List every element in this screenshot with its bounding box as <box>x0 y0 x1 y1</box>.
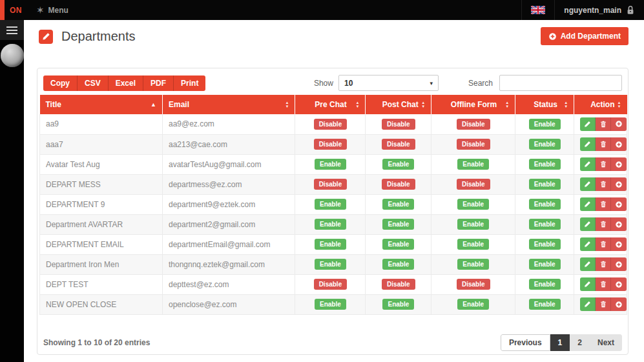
cell-offline-form: Enable <box>431 234 515 254</box>
delete-button[interactable] <box>596 257 611 271</box>
post-chat-badge: Disable <box>382 179 415 190</box>
delete-button[interactable] <box>596 297 611 311</box>
pre-chat-badge: Enable <box>315 259 346 270</box>
main-content: Departments Add Department Copy CSV Exce… <box>24 20 644 362</box>
edit-button[interactable] <box>580 197 596 211</box>
edit-button[interactable] <box>580 257 596 271</box>
row-add-button[interactable] <box>611 137 627 151</box>
delete-button[interactable] <box>596 137 611 151</box>
table-row: Department Iron Men thongnnq.eztek@gmail… <box>40 254 627 274</box>
cell-action <box>574 174 627 194</box>
delete-button[interactable] <box>596 277 611 291</box>
trash-icon <box>600 261 607 268</box>
pagination-previous[interactable]: Previous <box>501 334 550 351</box>
action-button-group <box>580 237 627 251</box>
pagination-page-2[interactable]: 2 <box>570 334 590 351</box>
pdf-button[interactable]: PDF <box>143 75 174 91</box>
action-button-group <box>580 277 627 291</box>
edit-button[interactable] <box>580 277 596 291</box>
row-add-button[interactable] <box>611 177 627 191</box>
pagination-page-1[interactable]: 1 <box>550 334 570 351</box>
star-icon: ✶ <box>36 5 45 15</box>
pencil-icon <box>584 161 591 168</box>
column-header-status[interactable]: Status ▲▼ <box>515 95 574 114</box>
user-menu-button[interactable]: nguyentn_main <box>554 0 644 20</box>
action-button-group <box>580 157 627 171</box>
search-input[interactable] <box>499 75 622 91</box>
column-header-title[interactable]: Title ▲ <box>40 95 163 114</box>
cell-post-chat: Enable <box>366 194 431 214</box>
column-header-action[interactable]: Action ▲▼ <box>574 95 627 114</box>
delete-button[interactable] <box>596 117 611 131</box>
language-flag-button[interactable] <box>521 0 554 20</box>
edit-button[interactable] <box>580 177 596 191</box>
sort-icon: ▲▼ <box>356 101 360 108</box>
cell-post-chat: Disable <box>366 114 431 134</box>
delete-button[interactable] <box>596 197 611 211</box>
online-status-toggle[interactable]: ON <box>10 6 22 15</box>
edit-button[interactable] <box>580 157 596 171</box>
pagination-next[interactable]: Next <box>590 334 622 351</box>
post-chat-badge: Enable <box>382 159 414 170</box>
trash-icon <box>600 281 607 288</box>
delete-button[interactable] <box>596 157 611 171</box>
post-chat-badge: Disable <box>382 139 415 150</box>
add-department-label: Add Department <box>561 32 621 41</box>
table-row: aa9 aa9@ez.com Disable Disable Disable E… <box>40 114 627 134</box>
pre-chat-badge: Disable <box>314 279 348 290</box>
column-header-email[interactable]: Email ▲▼ <box>162 95 295 114</box>
edit-button[interactable] <box>580 297 596 311</box>
cell-pre-chat: Enable <box>295 154 366 174</box>
csv-button[interactable]: CSV <box>78 75 109 91</box>
edit-button[interactable] <box>580 137 596 151</box>
edit-button[interactable] <box>580 217 596 231</box>
row-add-button[interactable] <box>611 237 627 251</box>
trash-icon <box>600 181 607 188</box>
column-header-offline-form[interactable]: Offline Form ▲▼ <box>431 95 515 114</box>
excel-button[interactable]: Excel <box>109 75 143 91</box>
edit-button[interactable] <box>580 117 596 131</box>
cell-title: aa9 <box>40 114 163 134</box>
print-button[interactable]: Print <box>174 75 205 91</box>
cell-pre-chat: Disable <box>295 274 366 294</box>
trash-icon <box>600 121 607 128</box>
cell-action <box>574 234 627 254</box>
cell-offline-form: Disable <box>431 174 515 194</box>
table-row: aaa7 aa213@cae.com Disable Disable Disab… <box>40 134 627 154</box>
cell-title: Avatar Test Aug <box>40 154 163 174</box>
add-department-button[interactable]: Add Department <box>541 27 628 45</box>
delete-button[interactable] <box>596 217 611 231</box>
page-length-value: 10 <box>344 79 353 88</box>
status-badge: Enable <box>529 159 561 170</box>
circle-plus-icon <box>615 221 623 228</box>
edit-button[interactable] <box>580 237 596 251</box>
cell-status: Enable <box>515 294 574 314</box>
row-add-button[interactable] <box>611 197 627 211</box>
cell-action <box>574 114 627 134</box>
row-add-button[interactable] <box>611 157 627 171</box>
delete-button[interactable] <box>596 177 611 191</box>
column-header-pre-chat[interactable]: Pre Chat ▲▼ <box>295 95 366 114</box>
sort-icon: ▲▼ <box>285 101 289 108</box>
cell-status: Enable <box>515 254 574 274</box>
row-add-button[interactable] <box>611 297 627 311</box>
cell-email: openclose@ez.com <box>162 294 295 314</box>
status-badge: Enable <box>529 239 561 250</box>
circle-plus-icon <box>615 181 623 188</box>
column-header-post-chat[interactable]: Post Chat ▲▼ <box>366 95 431 114</box>
cell-offline-form: Enable <box>431 294 515 314</box>
table-footer: Showing 1 to 10 of 20 entries Previous 1… <box>43 334 622 351</box>
pre-chat-badge: Enable <box>315 299 346 310</box>
copy-button[interactable]: Copy <box>43 75 78 91</box>
delete-button[interactable] <box>596 237 611 251</box>
row-add-button[interactable] <box>611 217 627 231</box>
profile-avatar[interactable] <box>1 44 24 67</box>
page-length-select[interactable]: 10 ▾ <box>338 75 439 91</box>
menu-button[interactable]: ✶ Menu <box>36 5 68 15</box>
sidebar-toggle-button[interactable] <box>0 20 24 40</box>
cell-offline-form: Enable <box>431 194 515 214</box>
row-add-button[interactable] <box>611 117 627 131</box>
cell-pre-chat: Disable <box>295 134 366 154</box>
row-add-button[interactable] <box>611 277 627 291</box>
row-add-button[interactable] <box>611 257 627 271</box>
